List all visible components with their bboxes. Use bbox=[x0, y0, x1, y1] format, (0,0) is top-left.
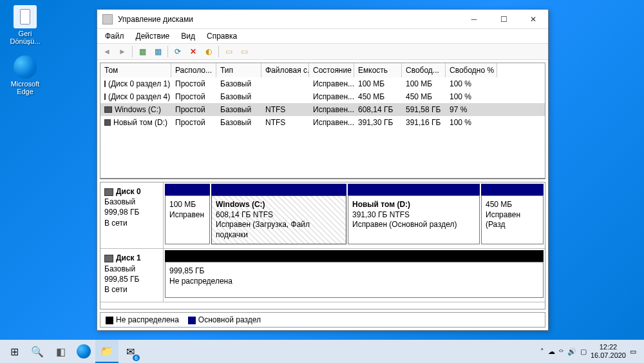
toolbar: ◄ ► ▦ ▦ ⟳ ✕ ◐ ▭ ▭ bbox=[97, 43, 548, 60]
disk-row: Диск 0Базовый999,98 ГБВ сети100 МБИсправ… bbox=[100, 182, 545, 249]
col-state[interactable]: Состояние bbox=[309, 63, 354, 77]
browser-icon bbox=[14, 55, 37, 79]
desktop-icons: Geri Dönüşü... Microsoft Edge bbox=[3, 5, 48, 106]
titlebar[interactable]: Управление дисками ─ ☐ ✕ bbox=[97, 10, 548, 29]
partition-header bbox=[481, 184, 544, 195]
volume-icon bbox=[104, 119, 111, 126]
menu-file[interactable]: Файл bbox=[100, 30, 129, 42]
start-button[interactable]: ⊞ bbox=[3, 340, 26, 363]
partition-body: 100 МБИсправен bbox=[165, 195, 210, 244]
notifications-icon[interactable]: ▭ bbox=[630, 348, 636, 356]
menu-action[interactable]: Действие bbox=[131, 30, 175, 42]
menubar: Файл Действие Вид Справка bbox=[97, 29, 548, 43]
volume-icon bbox=[104, 93, 106, 100]
partition-body: 999,85 ГБНе распределена bbox=[165, 262, 544, 298]
partition[interactable]: 999,85 ГБНе распределена bbox=[165, 250, 544, 298]
mail-taskbar[interactable]: ✉6 bbox=[118, 340, 142, 363]
volume-table: Том Располо... Тип Файловая с... Состоян… bbox=[100, 63, 545, 179]
tb-btn-5[interactable]: ▭ bbox=[222, 44, 236, 59]
forward-button[interactable]: ► bbox=[115, 44, 129, 59]
recycle-bin-icon[interactable]: Geri Dönüşü... bbox=[3, 5, 48, 45]
tray-chevron-icon[interactable]: ˄ bbox=[540, 348, 544, 356]
window-controls: ─ ☐ ✕ bbox=[459, 10, 548, 29]
refresh-button[interactable]: ⟳ bbox=[171, 44, 185, 59]
table-row[interactable]: (Диск 0 раздел 1)ПростойБазовыйИсправен.… bbox=[100, 77, 545, 90]
partition[interactable]: 450 МБИсправен (Разд bbox=[481, 184, 544, 244]
icon-label: Microsoft Edge bbox=[3, 80, 48, 95]
table-row[interactable]: Новый том (D:)ПростойБазовыйNTFSИсправен… bbox=[100, 116, 545, 129]
task-view-button[interactable]: ◧ bbox=[49, 340, 72, 363]
explorer-taskbar[interactable]: 📁 bbox=[95, 340, 118, 363]
sound-icon[interactable]: 🔊 bbox=[567, 348, 576, 356]
edge-icon[interactable]: Microsoft Edge bbox=[3, 55, 48, 95]
col-fs[interactable]: Файловая с... bbox=[261, 63, 309, 77]
disk-row: Диск 1Базовый999,85 ГБВ сети999,85 ГБНе … bbox=[100, 249, 545, 302]
disk-info[interactable]: Диск 0Базовый999,98 ГБВ сети bbox=[100, 182, 164, 248]
trash-icon bbox=[14, 5, 37, 28]
col-volume[interactable]: Том bbox=[100, 63, 171, 77]
partition-body: Windows (C:)608,14 ГБ NTFSИсправен (Загр… bbox=[211, 195, 346, 244]
delete-button[interactable]: ✕ bbox=[186, 44, 200, 59]
volume-icon bbox=[104, 106, 112, 113]
tb-btn-2[interactable]: ▦ bbox=[151, 44, 165, 59]
table-row[interactable]: Windows (C:)ПростойБазовыйNTFSИсправен..… bbox=[100, 103, 545, 116]
app-icon bbox=[102, 14, 113, 25]
legend-swatch-primary bbox=[188, 317, 196, 324]
legend-swatch-unallocated bbox=[106, 317, 113, 324]
system-tray: ˄ ☁ ⌔ 🔊 ▢ 12:22 16.07.2020 ▭ bbox=[535, 343, 641, 360]
tb-btn-1[interactable]: ▦ bbox=[135, 44, 149, 59]
edge-taskbar[interactable] bbox=[72, 340, 95, 363]
col-layout[interactable]: Располо... bbox=[171, 63, 216, 77]
taskbar: ⊞ 🔍 ◧ 📁 ✉6 ˄ ☁ ⌔ 🔊 ▢ 12:22 16.07.2020 ▭ bbox=[0, 340, 644, 363]
table-row[interactable]: (Диск 0 раздел 4)ПростойБазовыйИсправен.… bbox=[100, 90, 545, 103]
lang-icon[interactable]: ▢ bbox=[580, 348, 587, 356]
col-type[interactable]: Тип bbox=[216, 63, 261, 77]
partitions: 999,85 ГБНе распределена bbox=[164, 249, 545, 302]
volume-icon bbox=[104, 81, 106, 87]
col-pct[interactable]: Свободно % bbox=[446, 63, 497, 77]
partition-body: 450 МБИсправен (Разд bbox=[481, 195, 544, 244]
cloud-icon[interactable]: ☁ bbox=[548, 348, 555, 356]
col-capacity[interactable]: Емкость bbox=[354, 63, 402, 77]
disk-info[interactable]: Диск 1Базовый999,85 ГБВ сети bbox=[100, 249, 164, 302]
properties-button[interactable]: ◐ bbox=[202, 44, 216, 59]
disk-management-window: Управление дисками ─ ☐ ✕ Файл Действие В… bbox=[97, 9, 549, 331]
partition-header bbox=[348, 184, 480, 195]
disk-graphic-area: Диск 0Базовый999,98 ГБВ сети100 МБИсправ… bbox=[100, 182, 545, 309]
back-button[interactable]: ◄ bbox=[100, 44, 114, 59]
partition[interactable]: 100 МБИсправен bbox=[165, 184, 210, 244]
icon-label: Geri Dönüşü... bbox=[3, 30, 48, 45]
partition-header bbox=[165, 184, 210, 195]
legend-item: Основной раздел bbox=[188, 315, 261, 324]
disk-icon bbox=[104, 188, 113, 196]
menu-help[interactable]: Справка bbox=[202, 30, 242, 42]
table-body: (Диск 0 раздел 1)ПростойБазовыйИсправен.… bbox=[100, 77, 545, 178]
partition-header bbox=[211, 184, 346, 195]
table-header: Том Располо... Тип Файловая с... Состоян… bbox=[100, 63, 545, 77]
minimize-button[interactable]: ─ bbox=[459, 10, 489, 29]
legend-item: Не распределена bbox=[106, 315, 179, 324]
wifi-icon[interactable]: ⌔ bbox=[559, 348, 564, 355]
partitions: 100 МБИсправенWindows (C:)608,14 ГБ NTFS… bbox=[164, 182, 545, 248]
disk-icon bbox=[104, 255, 113, 262]
partition[interactable]: Новый том (D:)391,30 ГБ NTFSИсправен (Ос… bbox=[348, 184, 480, 244]
tb-btn-6[interactable]: ▭ bbox=[237, 44, 251, 59]
menu-view[interactable]: Вид bbox=[176, 30, 200, 42]
search-button[interactable]: 🔍 bbox=[26, 340, 49, 363]
clock[interactable]: 12:22 16.07.2020 bbox=[591, 343, 626, 360]
partition[interactable]: Windows (C:)608,14 ГБ NTFSИсправен (Загр… bbox=[211, 184, 346, 244]
legend: Не распределена Основной раздел bbox=[100, 312, 545, 328]
close-button[interactable]: ✕ bbox=[518, 10, 548, 29]
window-title: Управление дисками bbox=[118, 15, 459, 24]
col-free[interactable]: Свобод... bbox=[402, 63, 446, 77]
partition-header bbox=[165, 250, 544, 262]
maximize-button[interactable]: ☐ bbox=[489, 10, 518, 29]
partition-body: Новый том (D:)391,30 ГБ NTFSИсправен (Ос… bbox=[348, 195, 480, 244]
